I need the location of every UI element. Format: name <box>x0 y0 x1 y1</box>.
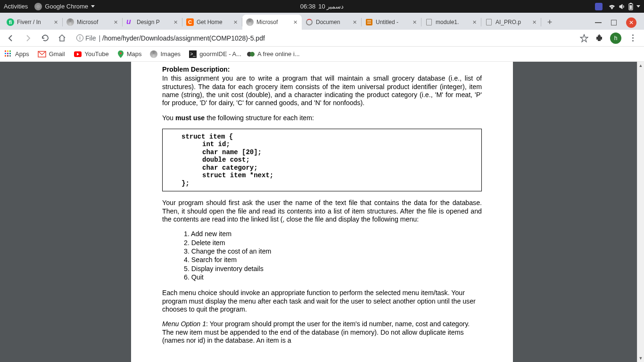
globe-icon <box>246 18 254 26</box>
svg-point-4 <box>120 52 122 54</box>
fiverr-icon: fi <box>7 18 14 26</box>
bookmarks-bar: Apps Gmail YouTube Maps Images >_goormID… <box>0 47 644 62</box>
extensions-icon[interactable] <box>595 34 603 42</box>
wifi-icon <box>608 3 616 10</box>
close-icon[interactable]: ✕ <box>412 19 417 25</box>
close-icon[interactable]: ✕ <box>292 19 298 25</box>
close-icon[interactable]: ✕ <box>173 19 178 25</box>
bookmark-item[interactable]: >_goormIDE - A... <box>189 50 241 58</box>
url-scheme-label: File <box>85 34 96 42</box>
browser-toolbar: iFile | /home/hyder/Downloads/assignment… <box>0 30 644 47</box>
browser-tab-active[interactable]: Microsof✕ <box>242 15 302 30</box>
vertical-scrollbar[interactable]: ▲ ▼ <box>637 62 644 362</box>
url-path: /home/hyder/Downloads/assignment(COMP102… <box>102 34 265 42</box>
browser-tab[interactable]: uDesign P✕ <box>123 15 182 30</box>
clock-date: دسمبر 10 <box>318 3 344 10</box>
scroll-up-button[interactable]: ▲ <box>637 62 644 69</box>
tab-title: Get Home <box>197 19 230 25</box>
browser-tab[interactable]: Documen✕ <box>302 15 361 30</box>
tab-title: Microsof <box>256 19 289 25</box>
paragraph: Each menu choice should invoke an approp… <box>162 289 482 313</box>
browser-tab[interactable]: CGet Home✕ <box>182 15 242 30</box>
tab-title: Microsof <box>77 19 110 25</box>
gmail-icon <box>38 51 46 58</box>
chrome-menu-button[interactable] <box>628 34 637 41</box>
paragraph: In this assignment you are to write a pr… <box>162 74 482 107</box>
browser-tab-strip: fiFiverr / In✕ Microsof✕ uDesign P✕ CGet… <box>0 13 644 30</box>
bookmark-label: Apps <box>15 50 29 58</box>
avatar-letter: h <box>614 35 618 41</box>
tab-title: Documen <box>316 19 349 25</box>
new-tab-button[interactable]: + <box>543 16 556 29</box>
bookmark-item[interactable]: YouTube <box>74 50 109 58</box>
svg-rect-1 <box>630 3 632 4</box>
apps-bookmark[interactable]: Apps <box>5 50 29 58</box>
forward-button[interactable] <box>21 31 35 45</box>
info-icon: i <box>76 34 83 41</box>
code-block: struct item { int id; char name [20]; do… <box>162 129 482 192</box>
close-icon[interactable]: ✕ <box>352 19 357 25</box>
back-button[interactable] <box>4 31 18 45</box>
close-icon[interactable]: ✕ <box>113 19 118 25</box>
file-icon <box>426 19 432 25</box>
browser-tab[interactable]: Untitled -✕ <box>362 15 421 30</box>
close-icon[interactable]: ✕ <box>53 19 58 25</box>
system-top-bar: Activities Google Chrome 06:38 دسمبر 10 <box>0 0 644 13</box>
clock-area[interactable]: 06:38 دسمبر 10 <box>300 3 344 10</box>
chrome-icon <box>34 3 42 10</box>
notebook-icon <box>366 19 372 25</box>
tab-title: Design P <box>137 19 170 25</box>
browser-tab[interactable]: Microsof✕ <box>63 15 122 30</box>
section-heading: Problem Description: <box>162 66 482 74</box>
active-app-indicator[interactable]: Google Chrome <box>34 3 95 10</box>
scroll-down-button[interactable]: ▼ <box>637 354 644 362</box>
home-button[interactable] <box>55 31 69 45</box>
bookmark-label: Gmail <box>49 50 65 58</box>
volume-icon <box>619 3 625 10</box>
close-icon[interactable]: ✕ <box>471 19 477 25</box>
browser-tab[interactable]: fiFiverr / In✕ <box>3 15 62 30</box>
pdf-viewer[interactable]: Problem Description: In this assignment … <box>0 62 644 362</box>
teams-tray-icon[interactable] <box>595 3 603 10</box>
terminal-icon: >_ <box>189 50 197 58</box>
bookmark-star-icon[interactable] <box>580 34 588 42</box>
chevron-down-icon <box>91 5 95 8</box>
activities-button[interactable]: Activities <box>4 3 28 10</box>
udemy-icon: u <box>126 18 134 26</box>
paragraph: Menu Option 1: Your program should promp… <box>162 320 482 345</box>
window-close-button[interactable]: ✕ <box>626 17 636 28</box>
bookmark-item[interactable]: Gmail <box>38 50 65 58</box>
chevron-down-icon <box>636 5 640 8</box>
clock-time: 06:38 <box>300 3 316 10</box>
file-icon <box>486 19 492 25</box>
globe-icon <box>66 18 74 26</box>
pdf-page: Problem Description: In this assignment … <box>131 62 513 362</box>
address-bar[interactable]: iFile | /home/hyder/Downloads/assignment… <box>72 32 577 45</box>
bookmark-item[interactable]: Maps <box>117 50 142 58</box>
battery-icon <box>628 2 634 11</box>
profile-avatar[interactable]: h <box>610 33 621 44</box>
chegg-icon: C <box>186 18 194 26</box>
bookmark-label: YouTube <box>85 50 109 58</box>
bookmark-label: Maps <box>127 50 142 58</box>
system-tray[interactable] <box>608 2 640 11</box>
paragraph: You must use the following structure for… <box>162 114 482 122</box>
tab-title: Untitled - <box>376 19 409 25</box>
window-minimize-button[interactable] <box>595 22 602 23</box>
menu-list: 1. Add new item 2. Delete item 3. Change… <box>162 230 482 281</box>
bookmark-label: Images <box>160 50 181 58</box>
close-icon[interactable]: ✕ <box>232 19 238 25</box>
browser-tab[interactable]: AI_PRO.p✕ <box>481 15 541 30</box>
bookmark-item[interactable]: A free online i... <box>250 50 300 58</box>
tab-title: module1. <box>436 19 469 25</box>
active-app-label: Google Chrome <box>45 3 88 10</box>
reload-button[interactable] <box>38 31 52 45</box>
globe-icon <box>150 50 157 58</box>
bookmark-item[interactable]: Images <box>150 50 181 58</box>
svg-rect-2 <box>630 5 632 9</box>
youtube-icon <box>74 51 82 58</box>
browser-tab[interactable]: module1.✕ <box>421 15 481 30</box>
close-icon[interactable]: ✕ <box>531 19 537 25</box>
dot-icon <box>250 52 255 57</box>
window-maximize-button[interactable] <box>611 20 617 25</box>
